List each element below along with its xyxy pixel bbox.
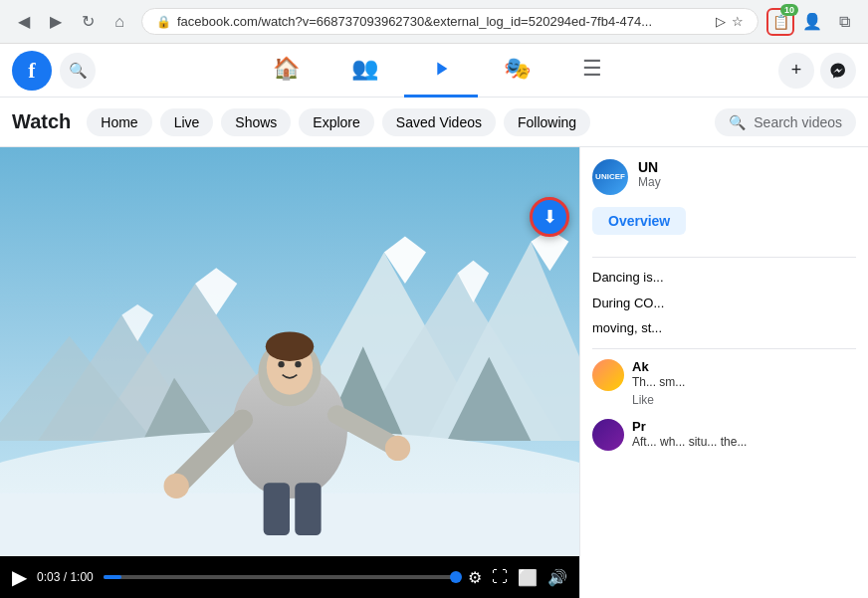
svg-point-20: [266, 331, 314, 361]
fb-right-actions: +: [778, 53, 856, 89]
comment-avatar-2: [592, 419, 624, 451]
nav-saved-pill[interactable]: Saved Videos: [382, 108, 496, 136]
browser-nav-buttons: ◀ ▶ ↻ ⌂: [10, 8, 133, 36]
volume-button[interactable]: 🔊: [547, 568, 567, 587]
address-bar[interactable]: 🔒 facebook.com/watch?v=668737093962730&e…: [141, 8, 759, 35]
nav-home-pill[interactable]: Home: [87, 108, 151, 136]
browser-chrome: ◀ ▶ ↻ ⌂ 🔒 facebook.com/watch?v=668737093…: [0, 0, 868, 44]
nav-explore-pill[interactable]: Explore: [299, 108, 373, 136]
description-line2: During CO...: [592, 294, 856, 313]
comment-name-1: Ak: [632, 359, 856, 374]
time-display: 0:03 / 1:00: [37, 570, 94, 584]
nav-following-pill[interactable]: Following: [504, 108, 590, 136]
comment-text-1: Th... sm...: [632, 374, 856, 391]
nav-item-groups[interactable]: 🎭: [478, 44, 556, 98]
extension-icon: 📋: [772, 14, 789, 30]
nav-live-pill[interactable]: Live: [160, 108, 214, 136]
browser-actions: 📋 10 👤 ⧉: [766, 8, 858, 36]
search-text: Search videos: [754, 114, 842, 130]
channel-avatar: UNICEF: [592, 159, 628, 195]
watch-title: Watch: [12, 110, 71, 133]
svg-point-24: [164, 474, 189, 498]
svg-point-21: [278, 361, 284, 367]
comment-name-2: Pr: [632, 419, 856, 434]
progress-bar[interactable]: [104, 575, 458, 579]
nav-shows-pill[interactable]: Shows: [221, 108, 291, 136]
channel-name: UN: [638, 159, 856, 175]
nav-item-friends[interactable]: 👥: [326, 44, 404, 98]
home-button[interactable]: ⌂: [106, 8, 133, 36]
divider1: [592, 257, 856, 258]
nav-item-menu[interactable]: ☰: [556, 44, 628, 98]
comment-content-2: Pr Aft... wh... situ... the...: [632, 419, 856, 451]
channel-info: UN May: [638, 159, 856, 189]
download-button[interactable]: ⬇: [530, 197, 569, 237]
play-button[interactable]: ▶: [12, 565, 27, 589]
unicef-logo-text: UNICEF: [595, 173, 625, 182]
video-controls: ▶ 0:03 / 1:00 ⚙ ⛶ ⬜ 🔊: [0, 556, 579, 598]
comment-avatar-1: [592, 359, 624, 391]
comment-content-1: Ak Th... sm... Like: [632, 359, 856, 408]
svg-rect-28: [295, 483, 321, 535]
messenger-button[interactable]: [820, 53, 856, 89]
sidebar-header: UNICEF UN May: [592, 159, 856, 195]
main-content: ⬇ ▶ 0:03 / 1:00 ⚙ ⛶ ⬜ 🔊 UNICEF: [0, 147, 868, 598]
comment-text-2: Aft... wh... situ... the...: [632, 434, 856, 451]
comment-item: Ak Th... sm... Like: [592, 359, 856, 408]
back-button[interactable]: ◀: [10, 8, 38, 36]
video-scene: [0, 147, 579, 556]
channel-date: May: [638, 175, 856, 189]
svg-rect-27: [264, 483, 290, 535]
reload-button[interactable]: ↻: [74, 8, 102, 36]
sidebar: UNICEF UN May Overview Dancing is... Dur…: [579, 147, 868, 598]
fb-header: f 🔍 🏠 👥 🎭 ☰ +: [0, 44, 868, 98]
watch-search[interactable]: 🔍 Search videos: [715, 108, 856, 136]
lock-icon: 🔒: [156, 15, 171, 29]
nav-item-watch[interactable]: [404, 44, 478, 98]
progress-thumb: [450, 571, 462, 583]
theater-button[interactable]: ⬜: [518, 568, 538, 587]
plus-button[interactable]: +: [778, 53, 814, 89]
extension-badge: 10: [780, 4, 798, 16]
extension-button[interactable]: 📋 10: [766, 8, 794, 36]
comment-item-2: Pr Aft... wh... situ... the...: [592, 419, 856, 451]
fb-nav: 🏠 👥 🎭 ☰: [96, 44, 778, 98]
watch-bar: Watch Home Live Shows Explore Saved Vide…: [0, 98, 868, 147]
forward-button[interactable]: ▶: [42, 8, 70, 36]
comment-like-1[interactable]: Like: [632, 393, 856, 407]
settings-button[interactable]: ⚙: [468, 568, 482, 587]
url-text: facebook.com/watch?v=668737093962730&ext…: [177, 14, 710, 29]
fb-logo[interactable]: f: [12, 51, 52, 91]
overview-button[interactable]: Overview: [592, 207, 686, 235]
progress-fill: [104, 575, 121, 579]
fb-search-button[interactable]: 🔍: [60, 53, 96, 89]
nav-item-home[interactable]: 🏠: [247, 44, 326, 98]
description-line3: moving, st...: [592, 318, 856, 338]
fullscreen-button[interactable]: ⛶: [492, 568, 508, 586]
svg-point-22: [295, 361, 301, 367]
control-icons: ⚙ ⛶ ⬜ 🔊: [468, 568, 567, 587]
download-icon: ⬇: [542, 206, 557, 228]
description-line1: Dancing is...: [592, 268, 856, 288]
svg-point-26: [385, 436, 410, 461]
video-area: ⬇ ▶ 0:03 / 1:00 ⚙ ⛶ ⬜ 🔊: [0, 147, 579, 598]
divider2: [592, 348, 856, 349]
profile-button[interactable]: 👤: [798, 8, 826, 36]
star-icon[interactable]: ☆: [732, 14, 744, 29]
window-button[interactable]: ⧉: [830, 8, 858, 36]
video-container[interactable]: ⬇: [0, 147, 579, 556]
search-icon: 🔍: [729, 114, 746, 130]
navigate-icon: ▷: [716, 14, 726, 29]
